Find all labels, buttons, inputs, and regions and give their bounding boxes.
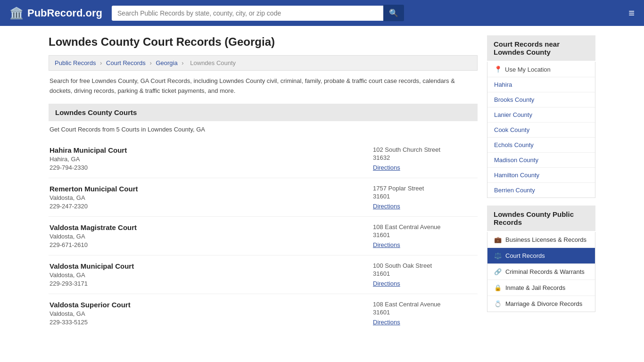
breadcrumb-public-records[interactable]: Public Records: [55, 59, 96, 66]
court-phone: 229-247-2320: [50, 203, 138, 210]
court-phone: 229-333-5125: [50, 319, 131, 326]
court-entry: Valdosta Magistrate Court Valdosta, GA 2…: [49, 217, 478, 255]
menu-button[interactable]: ≡: [628, 8, 635, 18]
pub-item-icon: 🔒: [494, 284, 502, 291]
page-title: Lowndes County Court Records (Georgia): [49, 35, 478, 49]
sidebar-nearby-link[interactable]: Cook County: [494, 126, 529, 133]
court-phone: 229-671-2610: [50, 241, 137, 248]
court-right-2: 108 East Central Avenue 31601 Directions: [373, 223, 477, 248]
pub-item-link[interactable]: Marriage & Divorce Records: [505, 300, 582, 307]
pub-item-icon: ⚖️: [494, 252, 502, 259]
pub-item-icon: 💼: [494, 236, 502, 243]
court-city: Hahira, GA: [50, 156, 127, 163]
logo-icon: 🏛️: [9, 7, 24, 20]
court-right-1: 1757 Poplar Street 31601 Directions: [373, 185, 477, 210]
courts-list: Hahira Municipal Court Hahira, GA 229-79…: [49, 140, 478, 332]
sidebar-pub-item[interactable]: 💍 Marriage & Divorce Records: [487, 296, 595, 312]
sidebar-nearby-link[interactable]: Echols County: [494, 141, 534, 148]
breadcrumb-court-records[interactable]: Court Records: [106, 59, 146, 66]
sidebar-nearby-item[interactable]: Cook County: [487, 123, 595, 138]
search-button[interactable]: 🔍: [383, 5, 404, 21]
sidebar-nearby-item[interactable]: Berrien County: [487, 183, 595, 197]
sidebar-pub-item[interactable]: 💼 Business Licenses & Records: [487, 232, 595, 248]
sidebar-public-records-list: 💼 Business Licenses & Records ⚖️ Court R…: [487, 232, 595, 312]
court-name: Valdosta Magistrate Court: [50, 223, 137, 231]
directions-link[interactable]: Directions: [373, 164, 400, 171]
use-location-label: Use My Location: [505, 66, 551, 73]
court-address: 108 East Central Avenue: [373, 301, 477, 308]
court-left-0: Hahira Municipal Court Hahira, GA 229-79…: [50, 146, 127, 171]
pub-item-link[interactable]: Business Licenses & Records: [505, 236, 586, 243]
sidebar-nearby-link[interactable]: Madison County: [494, 156, 538, 164]
search-bar: 🔍: [112, 5, 404, 21]
sidebar-nearby-link[interactable]: Lanier County: [494, 111, 532, 118]
court-right-0: 102 South Church Street 31632 Directions: [373, 146, 477, 171]
breadcrumb-lowndes: Lowndes County: [190, 59, 236, 66]
sidebar-nearby-link[interactable]: Hahira: [494, 81, 512, 88]
sidebar-nearby-item[interactable]: Hamilton County: [487, 168, 595, 183]
search-icon: 🔍: [389, 9, 398, 17]
sidebar-nearby-link[interactable]: Brooks County: [494, 96, 534, 103]
logo-text: PubRecord.org: [27, 7, 102, 19]
directions-link[interactable]: Directions: [373, 241, 400, 248]
pub-item-link[interactable]: Inmate & Jail Records: [505, 284, 565, 291]
pub-item-link[interactable]: Court Records: [505, 252, 545, 259]
sidebar-nearby-link[interactable]: Berrien County: [494, 187, 535, 194]
sidebar-pub-item[interactable]: ⚖️ Court Records: [487, 248, 595, 264]
court-phone: 229-293-3171: [50, 280, 134, 287]
sidebar-nearby-item[interactable]: Hahira: [487, 77, 595, 92]
breadcrumb-sep-1: ›: [100, 59, 102, 66]
location-icon: 📍: [494, 66, 502, 73]
court-left-2: Valdosta Magistrate Court Valdosta, GA 2…: [50, 223, 137, 248]
breadcrumb-sep-2: ›: [149, 59, 151, 66]
court-entry: Hahira Municipal Court Hahira, GA 229-79…: [49, 140, 478, 178]
menu-icon: ≡: [628, 7, 635, 19]
sidebar-nearby-title: Court Records near Lowndes County: [487, 35, 595, 61]
directions-link[interactable]: Directions: [373, 203, 400, 210]
sidebar-pub-item[interactable]: 🔒 Inmate & Jail Records: [487, 280, 595, 296]
search-input[interactable]: [112, 6, 383, 21]
court-entry: Valdosta Superior Court Valdosta, GA 229…: [49, 294, 478, 332]
court-zip: 31601: [373, 309, 477, 316]
court-right-4: 108 East Central Avenue 31601 Directions: [373, 301, 477, 326]
sidebar-nearby-link[interactable]: Hamilton County: [494, 172, 539, 179]
site-header: 🏛️ PubRecord.org 🔍 ≡: [0, 0, 644, 26]
pub-item-icon: 🔗: [494, 268, 502, 275]
breadcrumb-sep-3: ›: [182, 59, 183, 66]
court-address: 108 East Central Avenue: [373, 223, 477, 230]
section-header: Lowndes County Courts: [49, 104, 478, 121]
directions-link[interactable]: Directions: [373, 319, 400, 326]
sidebar-nearby-item[interactable]: Brooks County: [487, 92, 595, 107]
sidebar-pub-item[interactable]: 🔗 Criminal Records & Warrants: [487, 264, 595, 280]
directions-link[interactable]: Directions: [373, 280, 400, 287]
court-left-3: Valdosta Municipal Court Valdosta, GA 22…: [50, 262, 134, 287]
court-entry: Valdosta Municipal Court Valdosta, GA 22…: [49, 255, 478, 294]
court-zip: 31601: [373, 270, 477, 277]
court-phone: 229-794-2330: [50, 164, 127, 171]
site-logo[interactable]: 🏛️ PubRecord.org: [9, 7, 102, 20]
court-name: Remerton Municipal Court: [50, 185, 138, 193]
sidebar-nearby-item[interactable]: Madison County: [487, 153, 595, 168]
court-address: 100 South Oak Street: [373, 262, 477, 269]
pub-item-link[interactable]: Criminal Records & Warrants: [505, 268, 585, 275]
court-zip: 31601: [373, 231, 477, 239]
main-wrapper: Lowndes County Court Records (Georgia) P…: [39, 26, 605, 342]
court-zip: 31601: [373, 193, 477, 200]
sidebar-nearby-item[interactable]: Lanier County: [487, 107, 595, 123]
court-address: 102 South Church Street: [373, 146, 477, 153]
content-area: Lowndes County Court Records (Georgia) P…: [49, 35, 478, 332]
court-zip: 31632: [373, 154, 477, 161]
breadcrumb: Public Records › Court Records › Georgia…: [49, 55, 478, 71]
court-entry: Remerton Municipal Court Valdosta, GA 22…: [49, 178, 478, 217]
sidebar-use-location[interactable]: 📍 Use My Location: [487, 62, 595, 77]
court-address: 1757 Poplar Street: [373, 185, 477, 192]
sidebar-nearby-item[interactable]: Echols County: [487, 138, 595, 153]
court-city: Valdosta, GA: [50, 272, 134, 279]
breadcrumb-georgia[interactable]: Georgia: [156, 59, 177, 66]
court-city: Valdosta, GA: [50, 310, 131, 317]
court-name: Valdosta Municipal Court: [50, 262, 134, 270]
section-count: Get Court Records from 5 Courts in Lownd…: [49, 126, 478, 133]
page-description: Search for free Lowndes County, GA Court…: [49, 76, 478, 96]
court-left-1: Remerton Municipal Court Valdosta, GA 22…: [50, 185, 138, 210]
pub-item-icon: 💍: [494, 300, 502, 307]
